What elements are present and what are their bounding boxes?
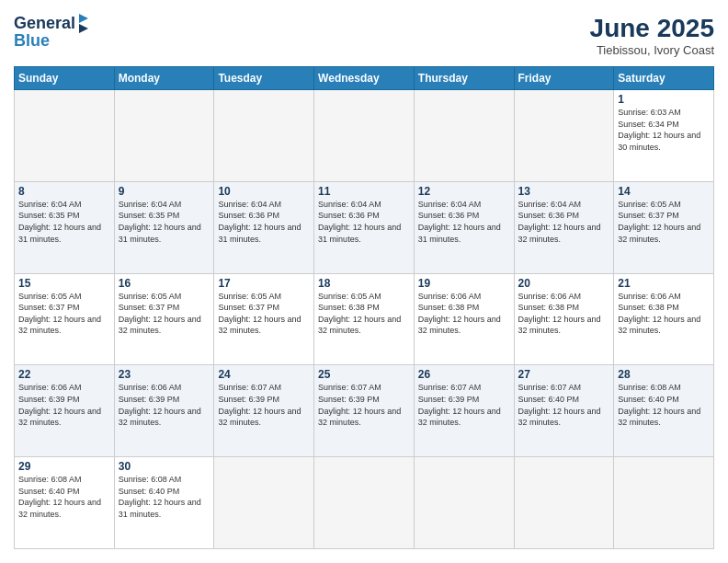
calendar-body: 1Sunrise: 6:03 AMSunset: 6:34 PMDaylight… [15, 90, 714, 549]
calendar-cell: 28Sunrise: 6:08 AMSunset: 6:40 PMDayligh… [614, 365, 714, 457]
day-info: Sunrise: 6:04 AMSunset: 6:36 PMDaylight:… [418, 199, 510, 245]
col-tuesday: Tuesday [214, 67, 314, 90]
day-number: 28 [618, 368, 710, 381]
day-number: 19 [418, 277, 510, 290]
calendar-cell: 14Sunrise: 6:05 AMSunset: 6:37 PMDayligh… [614, 181, 714, 273]
calendar-cell: 9Sunrise: 6:04 AMSunset: 6:35 PMDaylight… [114, 181, 214, 273]
location: Tiebissou, Ivory Coast [590, 43, 714, 57]
calendar-cell [15, 90, 115, 182]
day-number: 8 [18, 185, 110, 198]
calendar-cell: 17Sunrise: 6:05 AMSunset: 6:37 PMDayligh… [214, 273, 314, 365]
day-info: Sunrise: 6:06 AMSunset: 6:38 PMDaylight:… [518, 291, 610, 337]
day-number: 20 [518, 277, 610, 290]
day-number: 25 [318, 368, 410, 381]
day-info: Sunrise: 6:06 AMSunset: 6:38 PMDaylight:… [618, 291, 710, 337]
day-info: Sunrise: 6:05 AMSunset: 6:37 PMDaylight:… [119, 291, 210, 337]
calendar-cell: 21Sunrise: 6:06 AMSunset: 6:38 PMDayligh… [614, 273, 714, 365]
calendar-cell: 8Sunrise: 6:04 AMSunset: 6:35 PMDaylight… [15, 181, 115, 273]
calendar-table: Sunday Monday Tuesday Wednesday Thursday… [14, 66, 714, 549]
day-info: Sunrise: 6:08 AMSunset: 6:40 PMDaylight:… [18, 474, 110, 520]
logo: General Blue [14, 14, 88, 51]
calendar-cell [314, 457, 415, 549]
calendar-cell: 24Sunrise: 6:07 AMSunset: 6:39 PMDayligh… [214, 365, 314, 457]
logo-general: General [14, 15, 75, 33]
calendar-cell: 27Sunrise: 6:07 AMSunset: 6:40 PMDayligh… [514, 365, 614, 457]
calendar-cell [614, 457, 714, 549]
col-monday: Monday [114, 67, 214, 90]
day-number: 13 [518, 185, 610, 198]
calendar-cell: 18Sunrise: 6:05 AMSunset: 6:38 PMDayligh… [314, 273, 415, 365]
day-info: Sunrise: 6:06 AMSunset: 6:39 PMDaylight:… [18, 382, 110, 428]
day-number: 9 [119, 185, 210, 198]
col-friday: Friday [514, 67, 614, 90]
calendar-week-4: 29Sunrise: 6:08 AMSunset: 6:40 PMDayligh… [15, 457, 714, 549]
calendar-cell: 16Sunrise: 6:05 AMSunset: 6:37 PMDayligh… [114, 273, 214, 365]
calendar-cell: 20Sunrise: 6:06 AMSunset: 6:38 PMDayligh… [514, 273, 614, 365]
calendar-cell [414, 457, 514, 549]
day-number: 18 [318, 277, 410, 290]
day-info: Sunrise: 6:07 AMSunset: 6:39 PMDaylight:… [218, 382, 310, 428]
day-info: Sunrise: 6:05 AMSunset: 6:38 PMDaylight:… [318, 291, 410, 337]
day-info: Sunrise: 6:03 AMSunset: 6:34 PMDaylight:… [618, 107, 710, 153]
day-number: 24 [218, 368, 310, 381]
day-info: Sunrise: 6:04 AMSunset: 6:36 PMDaylight:… [318, 199, 410, 245]
header-row: Sunday Monday Tuesday Wednesday Thursday… [15, 67, 714, 90]
calendar-cell: 26Sunrise: 6:07 AMSunset: 6:39 PMDayligh… [414, 365, 514, 457]
calendar-cell: 13Sunrise: 6:04 AMSunset: 6:36 PMDayligh… [514, 181, 614, 273]
day-number: 15 [18, 277, 110, 290]
calendar-week-0: 1Sunrise: 6:03 AMSunset: 6:34 PMDaylight… [15, 90, 714, 182]
logo-blue: Blue [14, 31, 88, 51]
col-thursday: Thursday [414, 67, 514, 90]
calendar-cell [514, 90, 614, 182]
day-number: 17 [218, 277, 310, 290]
calendar-cell [114, 90, 214, 182]
calendar-week-3: 22Sunrise: 6:06 AMSunset: 6:39 PMDayligh… [15, 365, 714, 457]
calendar-cell: 19Sunrise: 6:06 AMSunset: 6:38 PMDayligh… [414, 273, 514, 365]
header: General Blue June 2025 Tiebissou, Ivory … [14, 14, 714, 57]
month-title: June 2025 [590, 14, 714, 43]
logo-block: General Blue [14, 14, 88, 51]
day-number: 11 [318, 185, 410, 198]
calendar-cell [214, 457, 314, 549]
day-info: Sunrise: 6:08 AMSunset: 6:40 PMDaylight:… [618, 382, 710, 428]
day-number: 21 [618, 277, 710, 290]
calendar-cell: 12Sunrise: 6:04 AMSunset: 6:36 PMDayligh… [414, 181, 514, 273]
day-info: Sunrise: 6:04 AMSunset: 6:36 PMDaylight:… [218, 199, 310, 245]
calendar-cell: 30Sunrise: 6:08 AMSunset: 6:40 PMDayligh… [114, 457, 214, 549]
day-info: Sunrise: 6:05 AMSunset: 6:37 PMDaylight:… [618, 199, 710, 245]
day-info: Sunrise: 6:04 AMSunset: 6:35 PMDaylight:… [119, 199, 210, 245]
calendar-cell [414, 90, 514, 182]
calendar-cell: 15Sunrise: 6:05 AMSunset: 6:37 PMDayligh… [15, 273, 115, 365]
day-info: Sunrise: 6:08 AMSunset: 6:40 PMDaylight:… [119, 474, 210, 520]
calendar-cell: 11Sunrise: 6:04 AMSunset: 6:36 PMDayligh… [314, 181, 415, 273]
day-number: 30 [119, 460, 210, 473]
day-info: Sunrise: 6:07 AMSunset: 6:39 PMDaylight:… [318, 382, 410, 428]
calendar-cell: 10Sunrise: 6:04 AMSunset: 6:36 PMDayligh… [214, 181, 314, 273]
day-number: 16 [119, 277, 210, 290]
day-number: 1 [618, 93, 710, 106]
col-saturday: Saturday [614, 67, 714, 90]
day-info: Sunrise: 6:07 AMSunset: 6:39 PMDaylight:… [418, 382, 510, 428]
title-block: June 2025 Tiebissou, Ivory Coast [590, 14, 714, 57]
calendar-cell: 25Sunrise: 6:07 AMSunset: 6:39 PMDayligh… [314, 365, 415, 457]
calendar-cell [514, 457, 614, 549]
day-number: 12 [418, 185, 510, 198]
day-number: 26 [418, 368, 510, 381]
day-info: Sunrise: 6:05 AMSunset: 6:37 PMDaylight:… [218, 291, 310, 337]
day-number: 22 [18, 368, 110, 381]
day-number: 10 [218, 185, 310, 198]
day-info: Sunrise: 6:05 AMSunset: 6:37 PMDaylight:… [18, 291, 110, 337]
calendar-cell [214, 90, 314, 182]
day-info: Sunrise: 6:07 AMSunset: 6:40 PMDaylight:… [518, 382, 610, 428]
calendar-week-1: 8Sunrise: 6:04 AMSunset: 6:35 PMDaylight… [15, 181, 714, 273]
day-number: 23 [119, 368, 210, 381]
day-number: 27 [518, 368, 610, 381]
day-number: 29 [18, 460, 110, 473]
calendar-cell: 22Sunrise: 6:06 AMSunset: 6:39 PMDayligh… [15, 365, 115, 457]
calendar-week-2: 15Sunrise: 6:05 AMSunset: 6:37 PMDayligh… [15, 273, 714, 365]
day-info: Sunrise: 6:06 AMSunset: 6:39 PMDaylight:… [119, 382, 210, 428]
day-info: Sunrise: 6:06 AMSunset: 6:38 PMDaylight:… [418, 291, 510, 337]
calendar-header: Sunday Monday Tuesday Wednesday Thursday… [15, 67, 714, 90]
day-number: 14 [618, 185, 710, 198]
calendar-cell: 1Sunrise: 6:03 AMSunset: 6:34 PMDaylight… [614, 90, 714, 182]
